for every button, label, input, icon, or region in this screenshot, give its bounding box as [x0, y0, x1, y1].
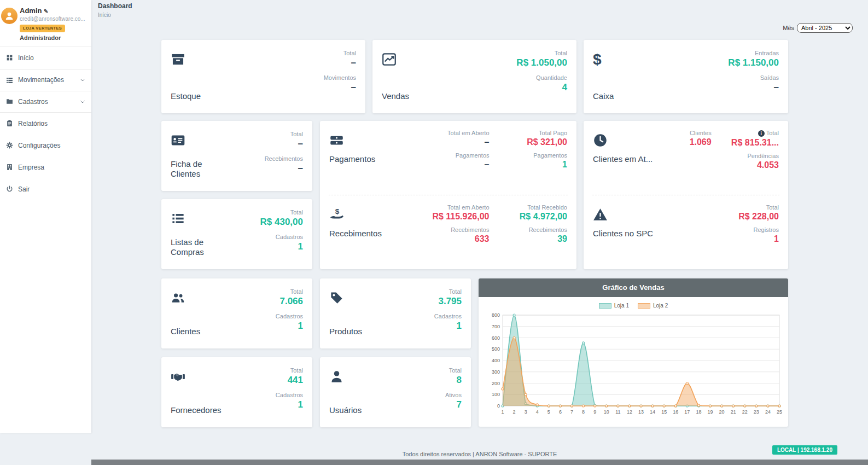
stat-value: 7.066: [276, 296, 303, 307]
month-select[interactable]: Abril - 2025: [797, 23, 853, 33]
stat-value: R$ 228,00: [657, 212, 779, 222]
svg-text:100: 100: [492, 392, 500, 397]
menu-label: Movimentações: [18, 76, 64, 84]
user-icon: [329, 369, 391, 384]
stat-value: R$ 1.050,00: [516, 57, 567, 68]
stat-value: 1.069: [657, 137, 712, 147]
stat-value: R$ 430,00: [260, 217, 303, 228]
svg-text:24: 24: [765, 409, 771, 415]
store-badge: LOJA VERTENTES: [20, 25, 65, 32]
card-pagamentos-recebimentos: Pagamentos Total em Aberto– Pagamentos– …: [320, 121, 576, 269]
stat-value: 1: [276, 321, 303, 332]
hand-dollar-icon: $: [329, 207, 411, 222]
stat-value: 7: [445, 399, 462, 410]
sidebar-item-inicio[interactable]: Início: [0, 47, 91, 69]
stat-label: Cadastros: [260, 234, 303, 240]
svg-text:500: 500: [492, 346, 500, 352]
info-icon[interactable]: i: [758, 130, 765, 137]
stat-label: Total: [434, 288, 462, 295]
stat-value: 8: [445, 375, 462, 386]
sidebar-item-sair[interactable]: Sair: [0, 178, 91, 200]
stat-label: Total: [516, 50, 567, 56]
card-ficha-clientes: Ficha de Clientes Total– Recebimentos–: [161, 121, 312, 191]
recebimentos-section: $ Recebimentos Total em AbertoR$ 115.926…: [320, 195, 576, 269]
card-title: Clientes em At...: [593, 154, 657, 164]
svg-text:9: 9: [593, 409, 596, 415]
legend-swatch: [638, 303, 650, 309]
dashboard-icon: [5, 54, 14, 61]
chart-legend: Loja 1Loja 2: [484, 299, 783, 310]
page-header: Dashboard Início: [98, 2, 132, 18]
svg-text:600: 600: [492, 335, 500, 341]
stat-label: Total: [265, 131, 303, 137]
stat-label: Total: [276, 367, 303, 374]
stat-label: Recebimentos: [411, 226, 490, 233]
stat-value: R$ 1.150,00: [728, 57, 779, 68]
svg-text:22: 22: [742, 409, 748, 415]
sidebar-item-cadastros[interactable]: Cadastros: [0, 91, 91, 113]
svg-text:10: 10: [604, 409, 609, 415]
stat-value: 633: [411, 234, 490, 244]
svg-text:700: 700: [492, 324, 500, 329]
chevron-down-icon: [79, 77, 86, 83]
card-title: Produtos: [329, 327, 391, 339]
stat-value: –: [265, 138, 303, 149]
breadcrumb[interactable]: Início: [98, 12, 132, 18]
sidebar-menu: Início Movimentações Cadastros Relatório…: [0, 47, 91, 200]
stat-value: 1: [276, 399, 303, 410]
gear-icon: [5, 142, 14, 149]
legend-item[interactable]: Loja 1: [599, 303, 629, 309]
stat-value: –: [411, 137, 490, 147]
card-title: Ficha de Clientes: [171, 159, 232, 181]
card-usuarios: Usuários Total8 Ativos7: [320, 357, 471, 427]
stat-label: Cadastros: [434, 313, 462, 319]
svg-text:$: $: [335, 207, 340, 216]
svg-text:19: 19: [707, 409, 713, 415]
user-role: Administrador: [20, 34, 85, 41]
sidebar-item-movimentacoes[interactable]: Movimentações: [0, 69, 91, 91]
stat-value: 4.053: [712, 160, 779, 170]
main-content: Dashboard Início Mês Abril - 2025 Estoqu…: [91, 0, 868, 465]
card-fornecedores: Fornecedores Total441 Cadastros1: [161, 357, 312, 427]
svg-text:5: 5: [547, 409, 550, 415]
money-bills-icon: [329, 133, 411, 148]
stat-value: R$ 321,00: [490, 137, 568, 147]
svg-text:23: 23: [754, 409, 759, 415]
list-icon: [5, 77, 14, 84]
local-badge: LOCAL | 192.168.1.20: [772, 445, 837, 455]
sidebar-item-empresa[interactable]: Empresa: [0, 156, 91, 178]
svg-text:12: 12: [627, 409, 632, 415]
user-profile: Admin ✎ credit@anronsoftware.co... LOJA …: [0, 0, 91, 47]
card-caixa: $ Caixa EntradasR$ 1.150,00 Saídas–: [584, 40, 788, 113]
stat-label: Total em Aberto: [411, 204, 490, 211]
svg-text:7: 7: [570, 409, 573, 415]
svg-text:20: 20: [719, 409, 725, 415]
sidebar-item-configuracoes[interactable]: Configurações: [0, 135, 91, 156]
svg-text:3: 3: [525, 409, 527, 415]
users-icon: [171, 290, 232, 305]
pagamentos-section: Pagamentos Total em Aberto– Pagamentos– …: [320, 121, 576, 195]
card-estoque: Estoque Total– Movimentos–: [161, 40, 365, 113]
card-title: Clientes: [171, 327, 232, 339]
card-title: Listas de Compras: [171, 237, 232, 259]
legend-item[interactable]: Loja 2: [638, 303, 668, 309]
legend-label: Loja 1: [614, 303, 629, 309]
clientes-atraso-section: Clientes em At... Clientes1.069 iTotalR$…: [584, 121, 788, 195]
svg-text:4: 4: [536, 409, 539, 415]
legend-swatch: [599, 303, 611, 309]
svg-text:15: 15: [661, 409, 667, 415]
sidebar-item-relatorios[interactable]: Relatórios: [0, 113, 91, 135]
svg-text:21: 21: [731, 409, 736, 415]
profile-info: Admin ✎ credit@anronsoftware.co... LOJA …: [20, 7, 85, 41]
edit-profile-icon[interactable]: ✎: [44, 8, 48, 14]
menu-label: Sair: [18, 185, 30, 193]
menu-label: Início: [18, 54, 34, 62]
stat-value: 4: [516, 82, 567, 93]
menu-label: Configurações: [18, 142, 60, 149]
stat-value: R$ 115.926,00: [411, 212, 490, 222]
building-icon: [5, 164, 14, 171]
chart-body: Loja 1Loja 2 010020030040050060070080012…: [479, 297, 788, 427]
stat-value: 1: [434, 321, 462, 332]
page-title: Dashboard: [98, 2, 132, 10]
svg-text:400: 400: [492, 358, 500, 363]
